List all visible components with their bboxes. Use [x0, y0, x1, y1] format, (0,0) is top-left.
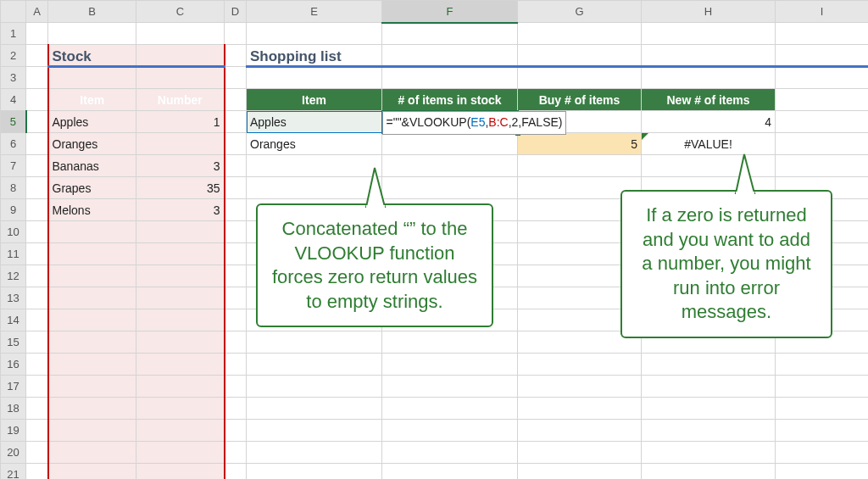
- cell-I4[interactable]: [776, 89, 869, 111]
- cell-G21[interactable]: [518, 464, 642, 480]
- cell-B11[interactable]: [48, 243, 136, 265]
- cell-C2[interactable]: [136, 45, 225, 67]
- cell-F8[interactable]: [382, 177, 518, 199]
- cell-G4[interactable]: Buy # of items: [518, 89, 642, 111]
- cell-A20[interactable]: [26, 442, 48, 464]
- row-3[interactable]: 3: [1, 67, 869, 89]
- cell-A3[interactable]: [26, 67, 48, 89]
- cell-A14[interactable]: [26, 309, 48, 331]
- col-header-C[interactable]: C: [136, 1, 225, 23]
- formula-edit-overlay[interactable]: =""&VLOOKUP(E5,B:C,2,FALSE): [382, 111, 567, 135]
- cell-B13[interactable]: [48, 287, 136, 309]
- cell-B4[interactable]: Item: [48, 89, 136, 111]
- row-header-8[interactable]: 8: [1, 177, 26, 199]
- select-all-corner[interactable]: [1, 1, 26, 23]
- cell-E18[interactable]: [247, 398, 382, 420]
- cell-A16[interactable]: [26, 354, 48, 376]
- cell-F16[interactable]: [382, 354, 518, 376]
- row-header-9[interactable]: 9: [1, 199, 26, 221]
- row-header-17[interactable]: 17: [1, 376, 26, 398]
- cell-A12[interactable]: [26, 265, 48, 287]
- cell-C1[interactable]: [136, 23, 225, 45]
- col-header-E[interactable]: E: [247, 1, 382, 23]
- row-header-2[interactable]: 2: [1, 45, 26, 67]
- cell-B2[interactable]: Stock: [48, 45, 136, 67]
- col-header-F[interactable]: F: [382, 1, 518, 23]
- cell-C15[interactable]: [136, 331, 225, 354]
- cell-H21[interactable]: [642, 464, 776, 480]
- cell-E6[interactable]: Oranges: [247, 133, 382, 155]
- cell-E19[interactable]: [247, 420, 382, 442]
- cell-E3[interactable]: [247, 67, 382, 89]
- cell-C7[interactable]: 3: [136, 155, 225, 177]
- col-header-G[interactable]: G: [518, 1, 642, 23]
- cell-B15[interactable]: [48, 331, 136, 354]
- cell-E15[interactable]: [247, 331, 382, 354]
- col-header-H[interactable]: H: [642, 1, 776, 23]
- cell-C19[interactable]: [136, 420, 225, 442]
- row-1[interactable]: 1: [1, 23, 869, 45]
- cell-G7[interactable]: [518, 155, 642, 177]
- cell-B9[interactable]: Melons: [48, 199, 136, 221]
- cell-A13[interactable]: [26, 287, 48, 309]
- cell-A17[interactable]: [26, 376, 48, 398]
- cell-A1[interactable]: [26, 23, 48, 45]
- cell-D8[interactable]: [225, 177, 247, 199]
- row-header-10[interactable]: 10: [1, 221, 26, 243]
- cell-F3[interactable]: [382, 67, 518, 89]
- cell-C11[interactable]: [136, 243, 225, 265]
- row-header-4[interactable]: 4: [1, 89, 26, 111]
- cell-E1[interactable]: [247, 23, 382, 45]
- cell-B10[interactable]: [48, 221, 136, 243]
- row-18[interactable]: 18: [1, 398, 869, 420]
- cell-F19[interactable]: [382, 420, 518, 442]
- cell-B21[interactable]: [48, 464, 136, 480]
- cell-H20[interactable]: [642, 442, 776, 464]
- cell-D18[interactable]: [225, 398, 247, 420]
- row-4[interactable]: 4ItemNumberItem# of items in stockBuy # …: [1, 89, 869, 111]
- column-header-row[interactable]: A B C D E F G H I: [1, 1, 869, 23]
- cell-F6[interactable]: [382, 133, 518, 155]
- cell-C4[interactable]: Number: [136, 89, 225, 111]
- cell-D6[interactable]: [225, 133, 247, 155]
- row-6[interactable]: 6OrangesOranges5#VALUE!: [1, 133, 869, 155]
- cell-F2[interactable]: [382, 45, 518, 67]
- row-header-11[interactable]: 11: [1, 243, 26, 265]
- cell-E20[interactable]: [247, 442, 382, 464]
- col-header-A[interactable]: A: [26, 1, 48, 23]
- row-header-21[interactable]: 21: [1, 464, 26, 480]
- cell-D2[interactable]: [225, 45, 247, 67]
- cell-H6[interactable]: #VALUE!: [642, 133, 776, 155]
- row-header-14[interactable]: 14: [1, 309, 26, 331]
- row-21[interactable]: 21: [1, 464, 869, 480]
- cell-C14[interactable]: [136, 309, 225, 331]
- cell-D19[interactable]: [225, 420, 247, 442]
- cell-H2[interactable]: [642, 45, 776, 67]
- cell-A7[interactable]: [26, 155, 48, 177]
- cell-A4[interactable]: [26, 89, 48, 111]
- row-header-13[interactable]: 13: [1, 287, 26, 309]
- cell-H18[interactable]: [642, 398, 776, 420]
- cell-E21[interactable]: [247, 464, 382, 480]
- cell-B18[interactable]: [48, 398, 136, 420]
- cell-H17[interactable]: [642, 376, 776, 398]
- row-header-3[interactable]: 3: [1, 67, 26, 89]
- row-header-6[interactable]: 6: [1, 133, 26, 155]
- row-header-19[interactable]: 19: [1, 420, 26, 442]
- cell-B6[interactable]: Oranges: [48, 133, 136, 155]
- cell-A15[interactable]: [26, 331, 48, 354]
- cell-D13[interactable]: [225, 287, 247, 309]
- cell-C8[interactable]: 35: [136, 177, 225, 199]
- cell-C5[interactable]: 1: [136, 111, 225, 133]
- cell-G19[interactable]: [518, 420, 642, 442]
- cell-E16[interactable]: [247, 354, 382, 376]
- cell-C6[interactable]: [136, 133, 225, 155]
- cell-B1[interactable]: [48, 23, 136, 45]
- cell-A5[interactable]: [26, 111, 48, 133]
- col-header-D[interactable]: D: [225, 1, 247, 23]
- cell-E5[interactable]: Apples: [247, 111, 382, 133]
- cell-D15[interactable]: [225, 331, 247, 354]
- cell-F21[interactable]: [382, 464, 518, 480]
- cell-A6[interactable]: [26, 133, 48, 155]
- cell-G2[interactable]: [518, 45, 642, 67]
